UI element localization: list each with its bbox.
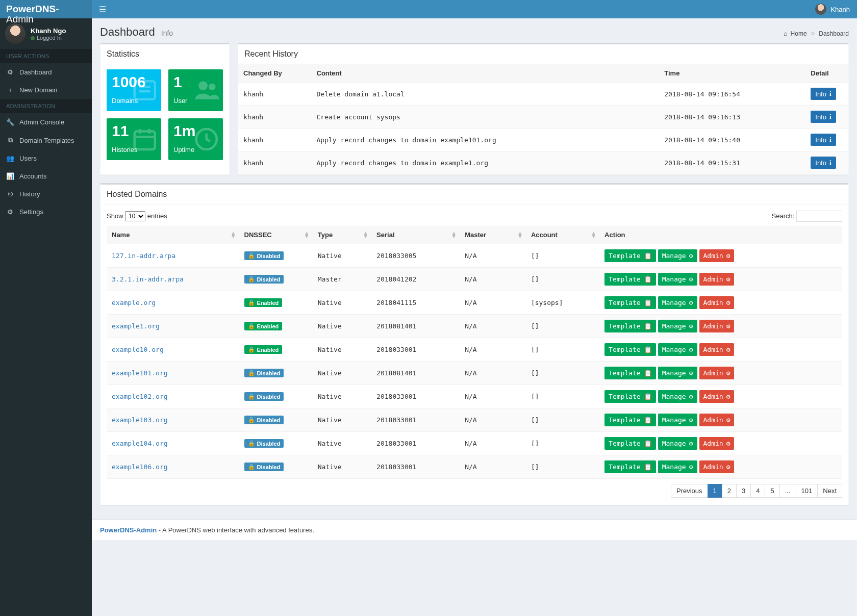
domain-link[interactable]: example101.org bbox=[112, 369, 168, 377]
domain-type: Native bbox=[313, 385, 371, 408]
domain-account: [] bbox=[526, 455, 599, 479]
col-type[interactable]: Type▲▼ bbox=[313, 226, 371, 244]
info-button[interactable]: Info i bbox=[811, 134, 836, 146]
manage-button[interactable]: Manage ⚙ bbox=[658, 390, 697, 403]
admin-button[interactable]: Admin ⚙ bbox=[699, 414, 735, 426]
sidebar-item-accounts[interactable]: 📊Accounts bbox=[0, 167, 92, 185]
template-button[interactable]: Template 📋 bbox=[604, 414, 656, 426]
page-2[interactable]: 2 bbox=[722, 484, 737, 498]
toggle-sidebar-button[interactable]: ☰ bbox=[99, 5, 106, 14]
manage-button[interactable]: Manage ⚙ bbox=[658, 460, 697, 473]
manage-button[interactable]: Manage ⚙ bbox=[658, 343, 697, 356]
domain-link[interactable]: example102.org bbox=[112, 393, 168, 400]
sidebar-item-new-domain[interactable]: +New Domain bbox=[0, 81, 92, 99]
admin-button[interactable]: Admin ⚙ bbox=[699, 320, 735, 332]
sidebar-item-dashboard[interactable]: ⚙Dashboard bbox=[0, 63, 92, 81]
admin-button[interactable]: Admin ⚙ bbox=[699, 390, 735, 403]
admin-button[interactable]: Admin ⚙ bbox=[699, 249, 735, 262]
admin-button[interactable]: Admin ⚙ bbox=[699, 367, 735, 379]
info-icon: i bbox=[829, 113, 831, 121]
search-input[interactable] bbox=[796, 211, 842, 222]
hosted-domains-title: Hosted Domains bbox=[100, 185, 848, 204]
page-1[interactable]: 1 bbox=[708, 484, 722, 498]
breadcrumb-home[interactable]: Home bbox=[791, 30, 807, 37]
users-icon: 👥 bbox=[6, 155, 14, 162]
history-by: khanh bbox=[238, 129, 312, 151]
page-3[interactable]: 3 bbox=[736, 484, 751, 498]
domain-master: N/A bbox=[460, 315, 526, 338]
entries-length: Show 10 entries bbox=[107, 211, 167, 221]
manage-button[interactable]: Manage ⚙ bbox=[658, 249, 697, 262]
page-101[interactable]: 101 bbox=[796, 484, 818, 498]
footer-brand-link[interactable]: PowerDNS-Admin bbox=[100, 526, 157, 534]
domain-link[interactable]: example.org bbox=[112, 299, 156, 306]
domain-link[interactable]: example104.org bbox=[112, 440, 168, 447]
sidebar-item-domain-templates[interactable]: ⧉Domain Templates bbox=[0, 131, 92, 149]
topbar-username: Khanh bbox=[830, 6, 850, 13]
admin-button[interactable]: Admin ⚙ bbox=[699, 437, 735, 450]
domain-link[interactable]: example1.org bbox=[112, 322, 160, 330]
col-name[interactable]: Name▲▼ bbox=[107, 226, 239, 244]
manage-button[interactable]: Manage ⚙ bbox=[658, 437, 697, 450]
page-next[interactable]: Next bbox=[817, 484, 842, 498]
page-5[interactable]: 5 bbox=[765, 484, 779, 498]
stat-histories[interactable]: 11Histories bbox=[107, 118, 161, 160]
entries-select[interactable]: 10 bbox=[125, 211, 145, 221]
sidebar-item-users[interactable]: 👥Users bbox=[0, 149, 92, 167]
template-button[interactable]: Template 📋 bbox=[604, 249, 656, 262]
history-time: 2018-08-14 09:16:54 bbox=[659, 83, 805, 106]
col-account[interactable]: Account▲▼ bbox=[526, 226, 599, 244]
template-button[interactable]: Template 📋 bbox=[604, 460, 656, 473]
manage-button[interactable]: Manage ⚙ bbox=[658, 273, 697, 286]
history-content: Create account sysops bbox=[312, 106, 660, 129]
sidebar-item-history[interactable]: ⏲History bbox=[0, 185, 92, 203]
manage-button[interactable]: Manage ⚙ bbox=[658, 414, 697, 426]
manage-button[interactable]: Manage ⚙ bbox=[658, 320, 697, 332]
sidebar-item-settings[interactable]: ⚙Settings bbox=[0, 203, 92, 221]
manage-button[interactable]: Manage ⚙ bbox=[658, 367, 697, 379]
domain-row: example101.org🔒DisabledNative2018081401N… bbox=[107, 362, 842, 385]
template-button[interactable]: Template 📋 bbox=[604, 273, 656, 286]
domain-link[interactable]: 127.in-addr.arpa bbox=[112, 252, 175, 260]
copy-icon: 📋 bbox=[644, 416, 652, 424]
domain-link[interactable]: example10.org bbox=[112, 346, 164, 353]
domain-link[interactable]: example106.org bbox=[112, 463, 168, 471]
domain-link[interactable]: 3.2.1.in-addr.arpa bbox=[112, 275, 184, 283]
page-...[interactable]: ... bbox=[779, 484, 796, 498]
topbar-user-menu[interactable]: Khanh bbox=[815, 4, 850, 15]
col-master[interactable]: Master▲▼ bbox=[460, 226, 526, 244]
app-logo[interactable]: PowerDNS-Admin bbox=[0, 0, 92, 18]
template-button[interactable]: Template 📋 bbox=[604, 367, 656, 379]
stat-domains[interactable]: 1006Domains bbox=[107, 69, 161, 111]
template-button[interactable]: Template 📋 bbox=[604, 320, 656, 332]
template-button[interactable]: Template 📋 bbox=[604, 437, 656, 450]
sidebar-item-admin-console[interactable]: 🔧Admin Console bbox=[0, 113, 92, 131]
admin-button[interactable]: Admin ⚙ bbox=[699, 273, 735, 286]
copy-icon: 📋 bbox=[644, 252, 652, 260]
domain-account: [sysops] bbox=[526, 291, 599, 315]
col-dnssec[interactable]: DNSSEC▲▼ bbox=[239, 226, 313, 244]
admin-button[interactable]: Admin ⚙ bbox=[699, 343, 735, 356]
breadcrumb: ⌂ Home > Dashboard bbox=[784, 30, 849, 37]
gear-icon: ⚙ bbox=[726, 346, 730, 353]
gear-icon: ⚙ bbox=[689, 252, 693, 260]
svg-rect-5 bbox=[134, 131, 155, 149]
chart-icon: 📊 bbox=[6, 172, 14, 180]
template-button[interactable]: Template 📋 bbox=[604, 296, 656, 309]
admin-button[interactable]: Admin ⚙ bbox=[699, 296, 735, 309]
template-button[interactable]: Template 📋 bbox=[604, 390, 656, 403]
info-icon: i bbox=[829, 159, 831, 167]
info-button[interactable]: Info i bbox=[811, 157, 836, 169]
template-button[interactable]: Template 📋 bbox=[604, 343, 656, 356]
info-button[interactable]: Info i bbox=[811, 111, 836, 123]
domain-link[interactable]: example103.org bbox=[112, 416, 168, 424]
col-serial[interactable]: Serial▲▼ bbox=[371, 226, 460, 244]
page-4[interactable]: 4 bbox=[750, 484, 765, 498]
page-prev[interactable]: Previous bbox=[671, 484, 708, 498]
manage-button[interactable]: Manage ⚙ bbox=[658, 296, 697, 309]
info-button[interactable]: Info i bbox=[811, 88, 836, 100]
stat-user[interactable]: 1User bbox=[168, 69, 223, 111]
admin-button[interactable]: Admin ⚙ bbox=[699, 460, 735, 473]
domain-master: N/A bbox=[460, 338, 526, 362]
stat-uptime[interactable]: 1mUptime bbox=[168, 118, 223, 160]
